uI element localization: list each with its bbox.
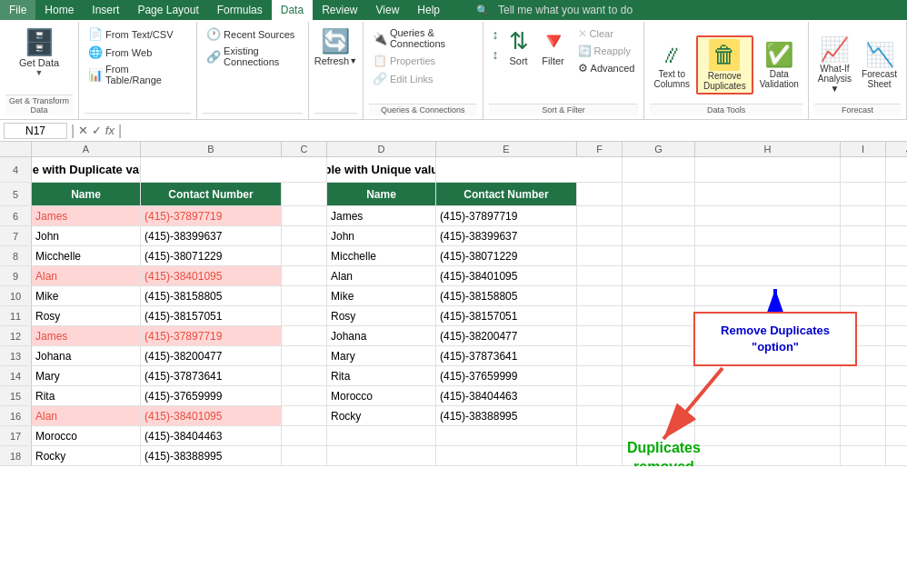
cell-a17[interactable]: Morocco [32,426,141,445]
col-header-h[interactable]: H [695,142,841,156]
edit-links-button[interactable]: 🔗 Edit Links [369,70,477,87]
existing-connections-button[interactable]: 🔗 Existing Connections [203,44,303,69]
cell-f17[interactable] [577,426,623,445]
cell-a9[interactable]: Alan [32,266,141,285]
cell-b11[interactable]: (415)-38157051 [141,306,282,325]
cell-f10[interactable] [577,286,623,305]
cell-f15[interactable] [577,386,623,405]
cell-a18[interactable]: Rocky [32,446,141,465]
col-header-f[interactable]: F [577,142,623,156]
menu-data[interactable]: Data [272,0,313,20]
cell-i5[interactable] [841,183,886,205]
cell-g12[interactable] [623,326,695,345]
col-header-c[interactable]: C [282,142,327,156]
cell-f7[interactable] [577,226,623,245]
cell-d9[interactable]: Alan [327,266,436,285]
sort-za-button[interactable]: ↕ [489,45,503,64]
cell-b8[interactable]: (415)-38071229 [141,246,282,265]
cell-g10[interactable] [623,286,695,305]
cell-j9[interactable] [886,266,907,285]
cell-c4[interactable] [282,157,327,182]
cell-d14[interactable]: Rita [327,366,436,385]
name-box[interactable] [4,123,67,139]
cell-e18[interactable] [436,446,577,465]
properties-button[interactable]: 📋 Properties [369,52,477,69]
cell-g4[interactable] [623,157,695,182]
cell-i17[interactable] [841,426,886,445]
cell-g13[interactable] [623,346,695,365]
col-header-a[interactable]: A [32,142,141,156]
cell-e4[interactable] [436,157,577,182]
cell-d4[interactable]: Table with Unique values [327,157,436,182]
from-web-button[interactable]: 🌐 From Web [85,44,191,61]
remove-duplicates-button[interactable]: 🗑 RemoveDuplicates [696,35,753,95]
cell-i6[interactable] [841,206,886,225]
cell-i10[interactable] [841,286,886,305]
cell-j11[interactable] [886,306,907,325]
cell-j10[interactable] [886,286,907,305]
col-header-j[interactable]: J [886,142,907,156]
cell-j7[interactable] [886,226,907,245]
cell-e7[interactable]: (415)-38399637 [436,226,577,245]
cell-e12[interactable]: (415)-38200477 [436,326,577,345]
cell-f6[interactable] [577,206,623,225]
cell-i7[interactable] [841,226,886,245]
cell-h5[interactable] [695,183,841,205]
cell-b10[interactable]: (415)-38158805 [141,286,282,305]
cell-i16[interactable] [841,406,886,425]
col-header-d[interactable]: D [327,142,436,156]
cell-e16[interactable]: (415)-38388995 [436,406,577,425]
cell-a8[interactable]: Micchelle [32,246,141,265]
cell-e8[interactable]: (415)-38071229 [436,246,577,265]
cell-f9[interactable] [577,266,623,285]
cell-a10[interactable]: Mike [32,286,141,305]
cell-b5[interactable]: Contact Number [141,183,282,205]
cell-g15[interactable] [623,386,695,405]
cell-e10[interactable]: (415)-38158805 [436,286,577,305]
cell-c9[interactable] [282,266,327,285]
cell-h7[interactable] [695,226,841,245]
col-header-e[interactable]: E [436,142,577,156]
cell-b9[interactable]: (415)-38401095 [141,266,282,285]
cell-b4[interactable] [141,157,282,182]
cell-d15[interactable]: Morocco [327,386,436,405]
cell-c16[interactable] [282,406,327,425]
cell-h4[interactable] [695,157,841,182]
cell-b14[interactable]: (415)-37873641 [141,366,282,385]
cell-f16[interactable] [577,406,623,425]
cell-b7[interactable]: (415)-38399637 [141,226,282,245]
cell-j13[interactable] [886,346,907,365]
cell-c7[interactable] [282,226,327,245]
refresh-button[interactable]: 🔄 Refresh ▼ [311,25,361,68]
cell-e14[interactable]: (415)-37659999 [436,366,577,385]
cell-a13[interactable]: Johana [32,346,141,365]
forecast-sheet-button[interactable]: 📉 ForecastSheet [858,39,901,91]
menu-home[interactable]: Home [35,0,83,20]
cell-e6[interactable]: (415)-37897719 [436,206,577,225]
cell-f12[interactable] [577,326,623,345]
col-header-g[interactable]: G [623,142,695,156]
cell-b6[interactable]: (415)-37897719 [141,206,282,225]
menu-file[interactable]: File [0,0,35,20]
cell-c13[interactable] [282,346,327,365]
clear-button[interactable]: ✕ Clear [574,25,639,42]
cell-h16[interactable] [695,406,841,425]
cell-g7[interactable] [623,226,695,245]
cell-b13[interactable]: (415)-38200477 [141,346,282,365]
cell-j12[interactable] [886,326,907,345]
cell-b17[interactable]: (415)-38404463 [141,426,282,445]
cell-d18[interactable] [327,446,436,465]
cell-e17[interactable] [436,426,577,445]
cell-j14[interactable] [886,366,907,385]
cell-e11[interactable]: (415)-38157051 [436,306,577,325]
cell-j16[interactable] [886,406,907,425]
cell-a14[interactable]: Mary [32,366,141,385]
cell-f18[interactable] [577,446,623,465]
cell-h15[interactable] [695,386,841,405]
cell-g5[interactable] [623,183,695,205]
menu-page-layout[interactable]: Page Layout [128,0,207,20]
cell-e15[interactable]: (415)-38404463 [436,386,577,405]
get-data-button[interactable]: 🗄️ Get Data ▼ [14,25,65,79]
cell-c5[interactable] [282,183,327,205]
cell-c17[interactable] [282,426,327,445]
